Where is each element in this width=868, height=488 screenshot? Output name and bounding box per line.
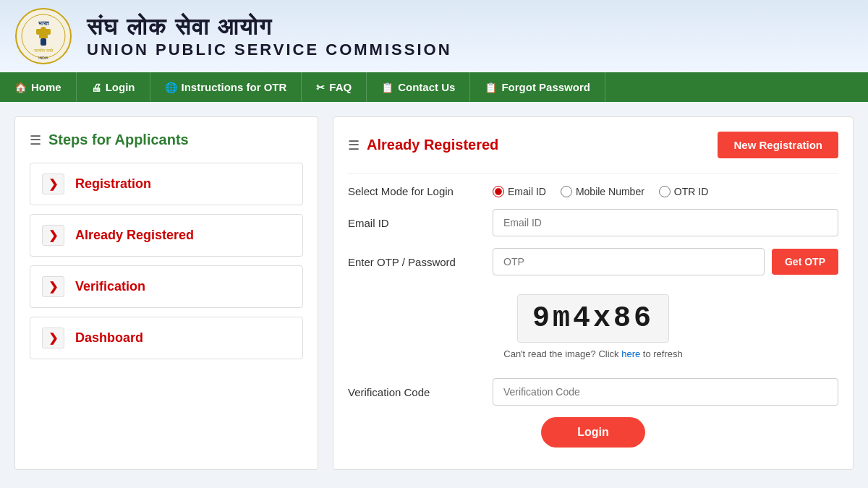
step-dashboard-label: Dashboard xyxy=(75,330,143,346)
header-english-title: UNION PUBLIC SERVICE COMMISSION xyxy=(87,40,452,59)
email-label: Email ID xyxy=(348,217,493,229)
verification-row: Verification Code xyxy=(348,378,838,406)
svg-rect-8 xyxy=(41,38,46,46)
home-icon: 🏠 xyxy=(14,82,27,93)
login-button[interactable]: Login xyxy=(541,417,645,448)
login-mode-options: Email ID Mobile Number OTR ID xyxy=(493,186,838,197)
divider xyxy=(348,173,838,174)
email-input-wrap xyxy=(493,209,838,236)
radio-otr[interactable]: OTR ID xyxy=(659,186,708,197)
verification-input[interactable] xyxy=(493,378,838,406)
page-header: भारत सत्यमेव जयते INDIA संघ लोक सेवा आयो… xyxy=(0,0,868,72)
otp-row-inner: Get OTP xyxy=(493,248,838,275)
svg-text:भारत: भारत xyxy=(38,20,49,27)
step-arrow-icon-4: ❯ xyxy=(42,328,64,348)
svg-text:INDIA: INDIA xyxy=(38,56,48,60)
radio-email[interactable]: Email ID xyxy=(493,186,546,197)
login-icon: 🖨 xyxy=(91,82,101,93)
nav-instructions-label: Instructions for OTR xyxy=(182,81,287,93)
captcha-section: 9m4x86 Can't read the image? Click here … xyxy=(348,287,838,367)
nav-contact[interactable]: 📋 Contact Us xyxy=(367,72,470,102)
svg-text:सत्यमेव जयते: सत्यमेव जयते xyxy=(33,48,54,53)
step-arrow-icon: ❯ xyxy=(42,174,64,194)
contact-icon: 📋 xyxy=(381,82,393,93)
captcha-hint: Can't read the image? Click here to refr… xyxy=(503,348,682,359)
nav-faq-label: FAQ xyxy=(329,81,352,93)
main-navbar: 🏠 Home 🖨 Login 🌐 Instructions for OTR ✂ … xyxy=(0,72,868,102)
login-mode-label: Select Mode for Login xyxy=(348,185,493,197)
right-panel-header: ☰ Already Registered New Registration xyxy=(348,132,838,158)
radio-mobile[interactable]: Mobile Number xyxy=(561,186,644,197)
header-hindi-title: संघ लोक सेवा आयोग xyxy=(87,14,452,40)
instructions-icon: 🌐 xyxy=(165,82,177,93)
right-panel: ☰ Already Registered New Registration Se… xyxy=(333,116,854,470)
nav-home[interactable]: 🏠 Home xyxy=(0,72,77,102)
verification-input-wrap xyxy=(493,378,838,406)
step-dashboard[interactable]: ❯ Dashboard xyxy=(30,317,303,359)
otp-label: Enter OTP / Password xyxy=(348,256,493,268)
left-panel: ☰ Steps for Applicants ❯ Registration ❯ … xyxy=(14,116,318,470)
nav-faq[interactable]: ✂ FAQ xyxy=(302,72,367,102)
nav-login-label: Login xyxy=(106,81,135,93)
get-otp-button[interactable]: Get OTP xyxy=(772,249,838,275)
captcha-refresh-link[interactable]: here xyxy=(621,348,640,359)
new-registration-button[interactable]: New Registration xyxy=(718,132,838,158)
svg-point-5 xyxy=(41,27,46,33)
step-registration[interactable]: ❯ Registration xyxy=(30,163,303,205)
right-panel-title-wrap: ☰ Already Registered xyxy=(348,137,498,153)
svg-point-6 xyxy=(46,29,51,33)
step-already-registered[interactable]: ❯ Already Registered xyxy=(30,214,303,257)
step-verification-label: Verification xyxy=(75,279,145,294)
step-arrow-icon-2: ❯ xyxy=(42,225,64,246)
email-input[interactable] xyxy=(493,209,838,236)
verification-label: Verification Code xyxy=(348,386,493,398)
step-registration-label: Registration xyxy=(75,176,151,192)
nav-login[interactable]: 🖨 Login xyxy=(77,72,150,102)
radio-mobile-label: Mobile Number xyxy=(576,186,644,197)
otp-input-wrap: Get OTP xyxy=(493,248,838,275)
faq-icon: ✂ xyxy=(316,82,325,93)
email-row: Email ID xyxy=(348,209,838,236)
captcha-image: 9m4x86 xyxy=(517,294,669,343)
svg-rect-7 xyxy=(39,35,48,38)
radio-otr-input[interactable] xyxy=(659,186,671,197)
radio-mobile-input[interactable] xyxy=(561,186,572,197)
nav-forgot[interactable]: 📋 Forgot Password xyxy=(470,72,605,102)
login-btn-row: Login xyxy=(348,417,838,455)
nav-home-label: Home xyxy=(31,81,61,93)
nav-forgot-label: Forgot Password xyxy=(501,81,590,93)
header-title-block: संघ लोक सेवा आयोग UNION PUBLIC SERVICE C… xyxy=(87,14,452,59)
radio-group: Email ID Mobile Number OTR ID xyxy=(493,186,838,197)
main-content: ☰ Steps for Applicants ❯ Registration ❯ … xyxy=(0,102,868,484)
step-already-registered-label: Already Registered xyxy=(75,228,194,243)
captcha-hint-post: to refresh xyxy=(640,348,683,359)
step-verification[interactable]: ❯ Verification xyxy=(30,265,303,308)
left-panel-header: ☰ Steps for Applicants xyxy=(30,132,303,148)
right-panel-title: Already Registered xyxy=(367,137,498,153)
nav-instructions[interactable]: 🌐 Instructions for OTR xyxy=(150,72,302,102)
hamburger-icon: ☰ xyxy=(30,132,41,148)
radio-otr-label: OTR ID xyxy=(674,186,708,197)
svg-point-4 xyxy=(36,29,41,33)
step-arrow-icon-3: ❯ xyxy=(42,276,64,297)
left-panel-title: Steps for Applicants xyxy=(48,132,189,148)
radio-email-input[interactable] xyxy=(493,186,504,197)
captcha-hint-pre: Can't read the image? Click xyxy=(503,348,621,359)
hamburger-icon-right: ☰ xyxy=(348,137,359,153)
radio-email-label: Email ID xyxy=(508,186,546,197)
nav-contact-label: Contact Us xyxy=(398,81,455,93)
login-mode-row: Select Mode for Login Email ID Mobile Nu… xyxy=(348,185,838,197)
forgot-icon: 📋 xyxy=(485,82,497,93)
otp-row: Enter OTP / Password Get OTP xyxy=(348,248,838,275)
otp-input[interactable] xyxy=(493,248,765,275)
upsc-emblem: भारत सत्यमेव जयते INDIA xyxy=(14,7,72,65)
